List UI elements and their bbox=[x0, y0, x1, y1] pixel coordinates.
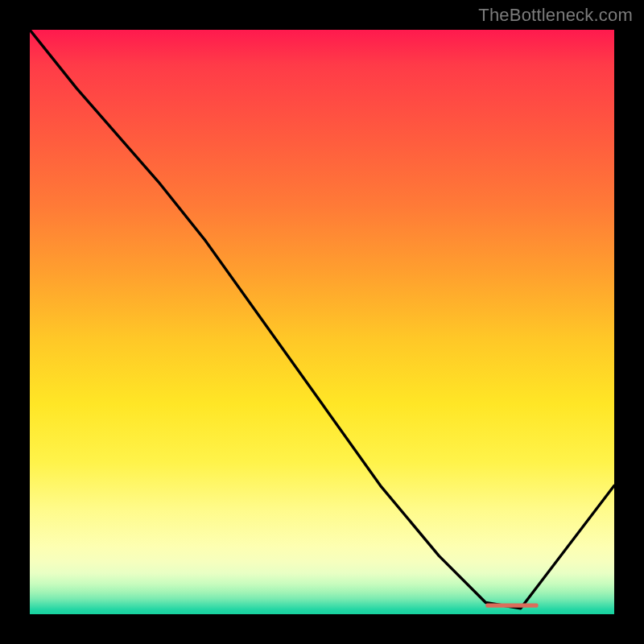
plot-gradient-area bbox=[30, 30, 614, 614]
watermark-text: TheBottleneck.com bbox=[478, 5, 633, 26]
chart-container: TheBottleneck.com bbox=[0, 0, 644, 644]
